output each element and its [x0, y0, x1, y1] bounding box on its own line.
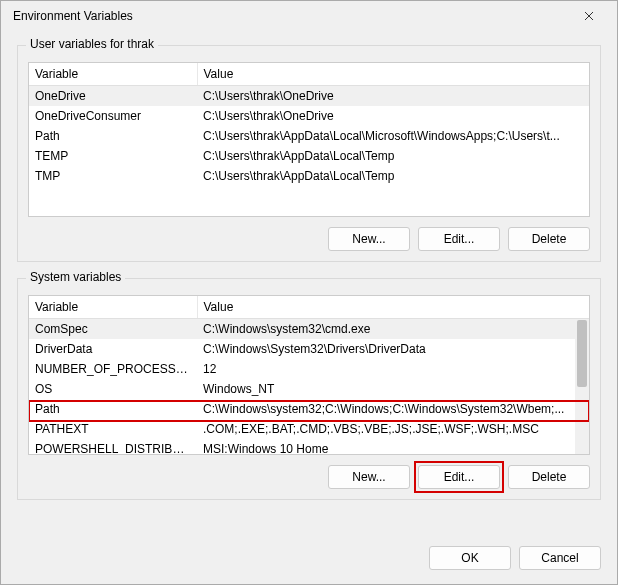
cell-variable: DriverData — [29, 339, 197, 359]
cell-value: C:\Users\thrak\OneDrive — [197, 86, 589, 107]
user-button-row: New... Edit... Delete — [28, 227, 590, 251]
table-row[interactable]: ComSpec C:\Windows\system32\cmd.exe — [29, 319, 589, 340]
close-icon — [584, 11, 594, 21]
cell-value: C:\Users\thrak\OneDrive — [197, 106, 589, 126]
system-variables-table[interactable]: Variable Value ComSpec C:\Windows\system… — [29, 296, 589, 455]
close-button[interactable] — [569, 2, 609, 30]
user-col-value[interactable]: Value — [197, 63, 589, 86]
cell-variable: NUMBER_OF_PROCESSORS — [29, 359, 197, 379]
system-col-value[interactable]: Value — [197, 296, 589, 319]
cell-variable: OneDriveConsumer — [29, 106, 197, 126]
table-row[interactable]: OS Windows_NT — [29, 379, 589, 399]
system-variables-table-wrap: Variable Value ComSpec C:\Windows\system… — [28, 295, 590, 455]
table-row[interactable]: TEMP C:\Users\thrak\AppData\Local\Temp — [29, 146, 589, 166]
window-title: Environment Variables — [13, 9, 133, 23]
table-row[interactable]: DriverData C:\Windows\System32\Drivers\D… — [29, 339, 589, 359]
user-variables-table-wrap: Variable Value OneDrive C:\Users\thrak\O… — [28, 62, 590, 217]
cancel-button[interactable]: Cancel — [519, 546, 601, 570]
table-row[interactable]: NUMBER_OF_PROCESSORS 12 — [29, 359, 589, 379]
user-new-button[interactable]: New... — [328, 227, 410, 251]
table-row[interactable]: TMP C:\Users\thrak\AppData\Local\Temp — [29, 166, 589, 186]
table-row[interactable]: PATHEXT .COM;.EXE;.BAT;.CMD;.VBS;.VBE;.J… — [29, 419, 589, 439]
cell-value: C:\Windows\System32\Drivers\DriverData — [197, 339, 589, 359]
cell-variable: Path — [29, 126, 197, 146]
cell-value: .COM;.EXE;.BAT;.CMD;.VBS;.VBE;.JS;.JSE;.… — [197, 419, 589, 439]
cell-variable: PATHEXT — [29, 419, 197, 439]
cell-value: C:\Users\thrak\AppData\Local\Microsoft\W… — [197, 126, 589, 146]
dialog-content: User variables for thrak Variable Value … — [1, 31, 617, 538]
cell-variable: POWERSHELL_DISTRIBUTIO... — [29, 439, 197, 455]
cell-variable: ComSpec — [29, 319, 197, 340]
scrollbar-thumb[interactable] — [577, 320, 587, 387]
cell-value: 12 — [197, 359, 589, 379]
dialog-footer: OK Cancel — [1, 538, 617, 584]
user-edit-button[interactable]: Edit... — [418, 227, 500, 251]
user-col-variable[interactable]: Variable — [29, 63, 197, 86]
titlebar: Environment Variables — [1, 1, 617, 31]
user-variables-group: User variables for thrak Variable Value … — [17, 45, 601, 262]
environment-variables-dialog: Environment Variables User variables for… — [0, 0, 618, 585]
cell-variable: TMP — [29, 166, 197, 186]
cell-value: C:\Users\thrak\AppData\Local\Temp — [197, 166, 589, 186]
user-group-label: User variables for thrak — [26, 37, 158, 51]
cell-variable: OS — [29, 379, 197, 399]
system-delete-button[interactable]: Delete — [508, 465, 590, 489]
system-variables-group: System variables Variable Value ComSpec … — [17, 278, 601, 500]
cell-value: C:\Users\thrak\AppData\Local\Temp — [197, 146, 589, 166]
system-edit-button[interactable]: Edit... — [418, 465, 500, 489]
cell-value: C:\Windows\system32\cmd.exe — [197, 319, 589, 340]
cell-value: MSI:Windows 10 Home — [197, 439, 589, 455]
table-row[interactable]: POWERSHELL_DISTRIBUTIO... MSI:Windows 10… — [29, 439, 589, 455]
table-row[interactable]: Path C:\Users\thrak\AppData\Local\Micros… — [29, 126, 589, 146]
cell-value: Windows_NT — [197, 379, 589, 399]
table-row[interactable]: OneDrive C:\Users\thrak\OneDrive — [29, 86, 589, 107]
system-button-row: New... Edit... Delete — [28, 465, 590, 489]
cell-variable: OneDrive — [29, 86, 197, 107]
ok-button[interactable]: OK — [429, 546, 511, 570]
user-delete-button[interactable]: Delete — [508, 227, 590, 251]
system-group-label: System variables — [26, 270, 125, 284]
system-scrollbar[interactable] — [575, 320, 589, 454]
cell-variable: TEMP — [29, 146, 197, 166]
user-variables-table[interactable]: Variable Value OneDrive C:\Users\thrak\O… — [29, 63, 589, 186]
system-col-variable[interactable]: Variable — [29, 296, 197, 319]
table-row[interactable]: OneDriveConsumer C:\Users\thrak\OneDrive — [29, 106, 589, 126]
cell-value: C:\Windows\system32;C:\Windows;C:\Window… — [197, 399, 589, 419]
cell-variable: Path — [29, 399, 197, 419]
system-new-button[interactable]: New... — [328, 465, 410, 489]
table-row[interactable]: Path C:\Windows\system32;C:\Windows;C:\W… — [29, 399, 589, 419]
